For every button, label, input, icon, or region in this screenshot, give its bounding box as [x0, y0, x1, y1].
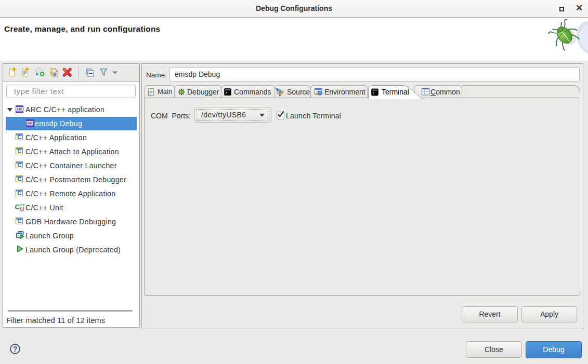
svg-text:U: U [20, 206, 24, 212]
svg-text:ARC: ARC [26, 121, 34, 125]
svg-text:ARC: ARC [16, 107, 23, 111]
svg-text:C: C [17, 191, 21, 196]
svg-text:C: C [17, 177, 21, 182]
svg-text:C: C [17, 149, 21, 154]
svg-text:C: C [17, 219, 21, 224]
svg-text:C: C [17, 134, 21, 140]
svg-text:C: C [17, 163, 21, 168]
